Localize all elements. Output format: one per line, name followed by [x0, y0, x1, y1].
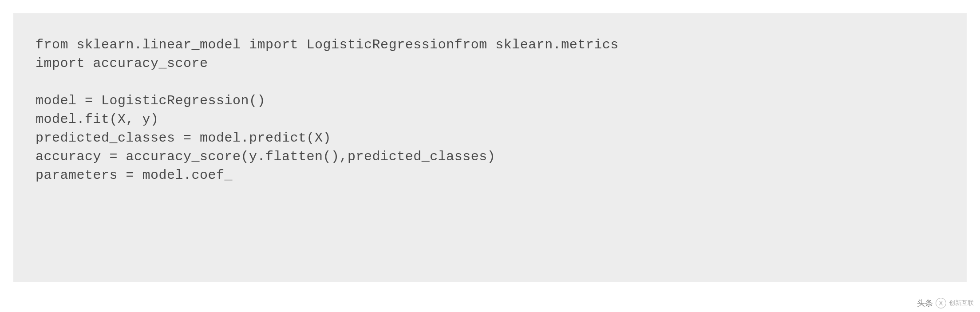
watermark: 头条 X 创新互联: [917, 298, 974, 308]
code-line-5: model.fit(X, y): [36, 110, 944, 129]
code-line-4: model = LogisticRegression(): [36, 91, 944, 110]
code-line-6: predicted_classes = model.predict(X): [36, 129, 944, 147]
watermark-brand: 创新互联: [949, 299, 974, 307]
code-line-8: parameters = model.coef_: [36, 166, 944, 185]
code-block: from sklearn.linear_model import Logisti…: [13, 13, 967, 282]
code-line-2: import accuracy_score: [36, 54, 944, 73]
code-blank-line: [36, 73, 944, 91]
watermark-logo-icon: X: [936, 298, 946, 308]
code-line-1: from sklearn.linear_model import Logisti…: [36, 36, 944, 54]
code-line-7: accuracy = accuracy_score(y.flatten(),pr…: [36, 147, 944, 166]
watermark-source: 头条: [917, 298, 933, 308]
